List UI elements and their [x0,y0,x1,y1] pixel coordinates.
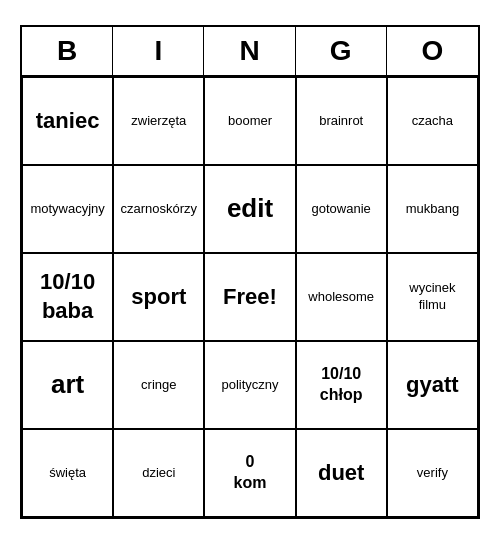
header-letter-g: G [296,27,387,75]
bingo-cell-0-2: boomer [204,77,295,165]
bingo-cell-4-0: święta [22,429,113,517]
bingo-cell-0-3: brainrot [296,77,387,165]
bingo-header: BINGO [22,27,478,77]
bingo-cell-4-3: duet [296,429,387,517]
bingo-cell-4-2: 0 kom [204,429,295,517]
bingo-cell-2-4: wycinek filmu [387,253,478,341]
bingo-cell-2-2: Free! [204,253,295,341]
bingo-grid: tanieczwierzętaboomerbrainrotczachamotyw… [22,77,478,517]
bingo-cell-3-3: 10/10 chłop [296,341,387,429]
bingo-cell-1-3: gotowanie [296,165,387,253]
bingo-cell-0-4: czacha [387,77,478,165]
bingo-cell-1-2: edit [204,165,295,253]
bingo-cell-3-2: polityczny [204,341,295,429]
bingo-cell-3-1: cringe [113,341,204,429]
bingo-cell-0-0: taniec [22,77,113,165]
bingo-cell-4-4: verify [387,429,478,517]
bingo-cell-1-1: czarnoskórzy [113,165,204,253]
bingo-cell-3-0: art [22,341,113,429]
bingo-card: BINGO tanieczwierzętaboomerbrainrotczach… [20,25,480,519]
bingo-cell-2-3: wholesome [296,253,387,341]
bingo-cell-3-4: gyatt [387,341,478,429]
bingo-cell-1-4: mukbang [387,165,478,253]
bingo-cell-4-1: dzieci [113,429,204,517]
bingo-cell-0-1: zwierzęta [113,77,204,165]
bingo-cell-2-0: 10/10 baba [22,253,113,341]
header-letter-o: O [387,27,478,75]
bingo-cell-2-1: sport [113,253,204,341]
bingo-cell-1-0: motywacyjny [22,165,113,253]
header-letter-n: N [204,27,295,75]
header-letter-b: B [22,27,113,75]
header-letter-i: I [113,27,204,75]
